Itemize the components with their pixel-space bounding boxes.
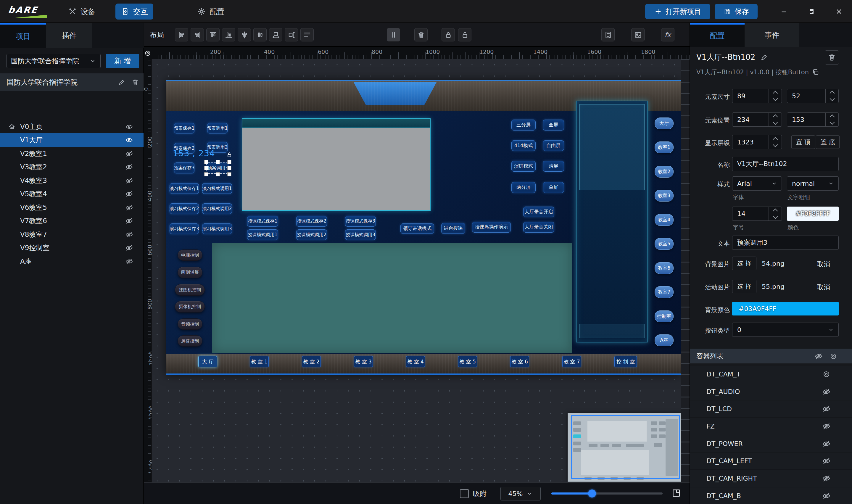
eye-off-icon[interactable] [822, 422, 830, 430]
maximize-button[interactable] [806, 6, 816, 17]
stepper[interactable] [768, 135, 782, 149]
button-type-select[interactable]: 0 [732, 323, 839, 337]
ui-button[interactable]: 讲台授课 [441, 223, 465, 234]
bg-color-swatch[interactable]: #03A9F4FF [732, 302, 839, 316]
ui-nav-pill[interactable]: 教室2 [655, 166, 673, 178]
lock-button[interactable] [441, 28, 455, 41]
eye-off-icon[interactable] [126, 244, 133, 252]
name-input[interactable]: V1大厅--Btn102 [732, 157, 839, 171]
justify-button[interactable] [301, 28, 314, 41]
tree-item-v2[interactable]: V2教室1 [0, 147, 144, 160]
ui-pill-button[interactable]: 音频控制 [178, 319, 202, 330]
font-color-swatch[interactable]: #F0F8FFFF [787, 206, 839, 221]
tree-item-v5[interactable]: V5教室4 [0, 187, 144, 201]
tree-item-v0[interactable]: V0主页 [0, 120, 144, 133]
ui-nav-pill[interactable]: 大厅 [655, 118, 673, 129]
show-all-icon[interactable] [830, 353, 837, 360]
canvas-viewport[interactable]: 预案保存1 预案调用1 预案保存2 预案调用2 153 , 234 预案保存3 … [151, 59, 681, 482]
edit-icon[interactable] [760, 53, 768, 61]
ui-button[interactable]: 演习模式保存1 [169, 183, 199, 194]
minimize-button[interactable] [779, 6, 789, 17]
tree-item-v7[interactable]: V7教室6 [0, 214, 144, 228]
ui-button[interactable]: 414模式 [511, 140, 536, 151]
ui-bottom-tab[interactable]: 教 室 6 [510, 356, 529, 367]
trash-icon[interactable] [131, 78, 139, 86]
eye-off-icon[interactable] [126, 204, 133, 211]
cancel-active-image[interactable]: 取消 [817, 283, 830, 292]
ui-button[interactable]: 演习模式调用1 [202, 183, 232, 194]
pos-y-input[interactable]: 153 [787, 112, 839, 127]
align-center-vertical-button[interactable] [238, 28, 251, 41]
ui-button[interactable]: 预案调用1 [207, 123, 228, 133]
ui-button[interactable]: 三分屏 [511, 120, 536, 130]
eye-off-icon[interactable] [822, 405, 830, 413]
eye-off-icon[interactable] [126, 217, 133, 224]
ui-button[interactable]: 预案保存3 [174, 162, 195, 174]
tab-project[interactable]: 项目 [0, 23, 46, 48]
stepper[interactable] [768, 89, 782, 103]
resize-handle[interactable] [227, 160, 231, 164]
choose-active-image-button[interactable]: 选 择 [732, 280, 757, 293]
ui-button[interactable]: 领导讲话模式 [400, 223, 434, 234]
stepper[interactable] [826, 89, 838, 103]
container-item[interactable]: DT_POWER [690, 435, 852, 452]
selected-element[interactable]: 预案调用3 [204, 159, 231, 176]
resize-handle[interactable] [227, 166, 231, 170]
distribute-button[interactable] [387, 28, 400, 41]
ui-pill-button[interactable]: 两侧辅屏 [178, 267, 202, 278]
stepper[interactable] [768, 113, 782, 126]
ui-bottom-tab[interactable]: 教 室 4 [406, 356, 425, 367]
slider-thumb[interactable] [588, 489, 596, 498]
ui-button[interactable]: 演习模式保存3 [169, 223, 199, 234]
ui-bottom-tab[interactable]: 教 室 3 [354, 356, 373, 367]
align-left-button[interactable] [175, 28, 188, 41]
size-height-input[interactable]: 52 [787, 89, 839, 103]
font-size-input[interactable]: 14 [732, 206, 782, 221]
eye-off-icon[interactable] [126, 177, 133, 184]
tab-plugins[interactable]: 插件 [46, 23, 92, 48]
resize-handle[interactable] [204, 160, 209, 164]
send-to-back-button[interactable]: 置 底 [816, 135, 839, 149]
container-item[interactable]: DT_CAM_T [690, 366, 852, 383]
eye-off-icon[interactable] [822, 457, 830, 465]
resize-handle[interactable] [216, 172, 220, 176]
ui-button[interactable]: 自由屏 [543, 140, 564, 151]
ui-bottom-tab[interactable]: 控 制 室 [614, 356, 637, 367]
eye-icon[interactable] [126, 137, 133, 144]
container-item[interactable]: FZ [690, 418, 852, 435]
delete-element-button[interactable] [414, 28, 428, 41]
ui-pill-button[interactable]: 电脑控制 [178, 250, 202, 261]
ui-bottom-tab[interactable]: 教 室 5 [458, 356, 477, 367]
cancel-bg-image[interactable]: 取消 [817, 260, 830, 269]
eye-icon[interactable] [126, 123, 133, 130]
zoom-select[interactable]: 45% [501, 487, 541, 501]
tree-item-a[interactable]: A座 [0, 254, 144, 268]
menu-interact[interactable]: 交互 [115, 3, 153, 20]
copy-icon[interactable] [812, 68, 819, 76]
resize-handle[interactable] [216, 160, 220, 164]
font-family-select[interactable]: Arial [732, 176, 782, 191]
container-item[interactable]: DT_CAM_RIGHT [690, 470, 852, 487]
ui-button[interactable]: 两分屏 [511, 182, 536, 193]
eye-off-icon[interactable] [126, 231, 133, 238]
tree-item-v1-selected[interactable]: V1大厅 [0, 133, 144, 147]
menu-config[interactable]: 配置 [192, 3, 230, 20]
tree-item-v3[interactable]: V3教室2 [0, 160, 144, 174]
ui-button[interactable]: 授课模式调用2 [296, 229, 327, 240]
ui-bottom-tab[interactable]: 教 室 1 [250, 356, 269, 367]
ruler-origin-icon[interactable] [144, 47, 151, 59]
ui-bottom-tab[interactable]: 教 室 7 [562, 356, 581, 367]
ui-right-panel[interactable] [576, 101, 648, 342]
ui-pill-button[interactable]: 挂图机控制 [175, 284, 205, 296]
size-width-input[interactable]: 89 [732, 89, 782, 103]
project-select[interactable]: 国防大学联合指挥学院 [6, 54, 101, 68]
stepper[interactable] [826, 113, 838, 126]
resize-handle[interactable] [204, 172, 209, 176]
pos-x-input[interactable]: 234 [732, 112, 782, 127]
ui-button[interactable]: 授课席操作演示 [472, 222, 511, 233]
image-button[interactable] [631, 28, 645, 41]
text-input[interactable]: 预案调用3 [732, 236, 839, 250]
ui-main-screen[interactable] [242, 119, 431, 211]
font-weight-select[interactable]: normal [787, 176, 839, 191]
ui-bottom-tab[interactable]: 大 厅 [198, 356, 217, 367]
